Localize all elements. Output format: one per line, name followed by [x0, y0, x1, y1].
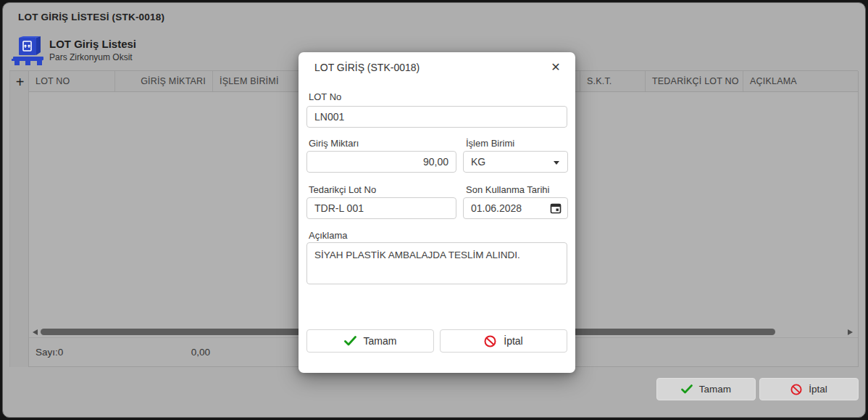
footer-cancel-button[interactable]: İptal [759, 378, 859, 400]
total-amount-label: 0,00 [116, 347, 210, 358]
row-count-label: Sayı:0 [36, 347, 63, 358]
date-field-wrap [463, 197, 568, 219]
window-title: LOT GİRİŞ LİSTESİ (STK-0018) [18, 12, 164, 22]
aciklama-label: Açıklama [309, 230, 347, 241]
islem-birimi-select[interactable]: KG [463, 151, 568, 173]
close-icon: ✕ [551, 60, 560, 74]
lot-no-input[interactable] [306, 106, 567, 128]
giris-miktari-label: Giriş Miktarı [309, 138, 359, 149]
cancel-icon [484, 335, 496, 347]
son-kullanma-tarihi-label: Son Kullanma Tarihi [466, 184, 549, 195]
dialog-ok-button[interactable]: Tamam [306, 329, 434, 353]
islem-birimi-label: İşlem Birimi [466, 138, 514, 149]
column-header-giris-miktari[interactable]: GİRİŞ MİKTARI [115, 71, 213, 91]
pallet-box-icon [12, 36, 46, 68]
cancel-icon [790, 384, 802, 395]
dialog-cancel-label: İptal [504, 335, 522, 347]
chevron-down-icon [554, 161, 559, 165]
footer-cancel-label: İptal [809, 384, 827, 395]
column-header-skt[interactable]: S.K.T. [580, 71, 646, 91]
scroll-right-icon[interactable] [848, 329, 853, 335]
calendar-icon[interactable] [549, 202, 562, 215]
islem-birimi-value: KG [471, 156, 485, 168]
page-subtitle: Pars Zirkonyum Oksit [49, 52, 133, 62]
page-title: LOT Giriş Listesi [49, 38, 136, 50]
table-gutter: + [9, 71, 29, 367]
dialog-ok-label: Tamam [364, 335, 397, 347]
aciklama-textarea[interactable]: SİYAH PLASTİK AMBALAJDA TESLİM ALINDI. [306, 242, 567, 284]
footer-ok-label: Tamam [699, 384, 731, 395]
footer-buttons: Tamam İptal [656, 378, 859, 400]
dialog-cancel-button[interactable]: İptal [440, 329, 567, 353]
app-window: LOT GİRİŞ LİSTESİ (STK-0018) LOT Giriş L… [2, 2, 866, 418]
dialog-buttons: Tamam İptal [306, 329, 567, 353]
lot-entry-dialog: LOT GİRİŞ (STK-0018) ✕ LOT No Giriş Mikt… [299, 52, 575, 373]
dialog-close-button[interactable]: ✕ [546, 57, 565, 76]
tedarikci-lot-no-label: Tedarikçi Lot No [309, 184, 376, 195]
column-header-lot-no[interactable]: LOT NO [29, 71, 115, 91]
giris-miktari-input[interactable] [306, 151, 456, 173]
lot-no-label: LOT No [309, 91, 341, 102]
column-header-aciklama[interactable]: AÇIKLAMA [743, 71, 858, 91]
check-icon [681, 384, 693, 394]
column-header-tedarikci-lot-no[interactable]: TEDARİKÇİ LOT NO [646, 71, 743, 91]
footer-ok-button[interactable]: Tamam [656, 378, 756, 400]
add-row-button[interactable]: + [10, 71, 30, 92]
dialog-title: LOT GİRİŞ (STK-0018) [314, 62, 420, 73]
check-icon [344, 336, 356, 346]
tedarikci-lot-no-input[interactable] [306, 197, 456, 219]
scroll-left-icon[interactable] [33, 329, 38, 335]
